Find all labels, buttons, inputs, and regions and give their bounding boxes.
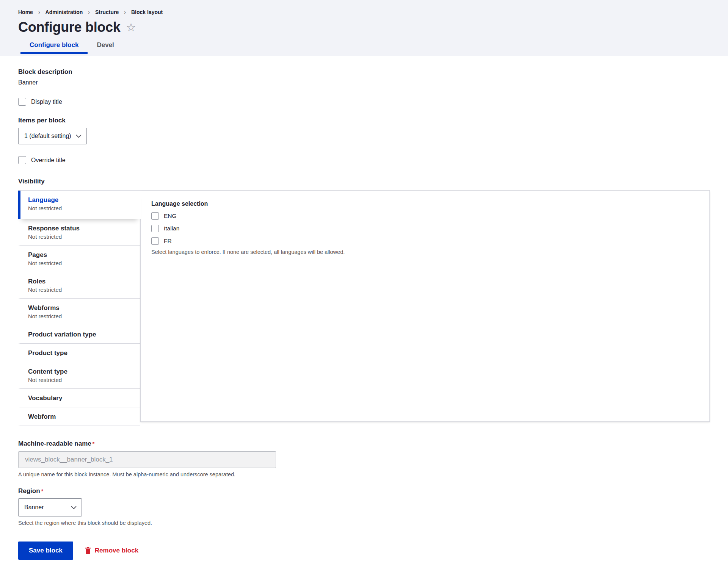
breadcrumb-separator: › (124, 9, 126, 15)
visibility-label: Visibility (18, 178, 710, 185)
vtab-summary: Not restricted (28, 286, 130, 293)
vtab-summary: Not restricted (28, 205, 131, 212)
block-description-value: Banner (18, 79, 710, 86)
breadcrumb-item-home[interactable]: Home (18, 9, 33, 15)
vtab-response-status[interactable]: Response status Not restricted (18, 219, 140, 246)
remove-block-label: Remove block (95, 547, 138, 554)
language-fr-checkbox[interactable] (151, 237, 159, 245)
vtab-label: Language (28, 196, 131, 204)
page-title: Configure block (18, 19, 121, 35)
vtab-product-type[interactable]: Product type (18, 344, 140, 362)
block-description-label: Block description (18, 68, 710, 76)
override-title-checkbox[interactable] (18, 156, 26, 164)
vtab-webform[interactable]: Webform (18, 407, 140, 426)
vtab-summary: Not restricted (28, 313, 130, 320)
vtab-product-variation-type[interactable]: Product variation type (18, 325, 140, 344)
region-select[interactable]: Banner (18, 498, 82, 516)
language-italian-label[interactable]: Italian (164, 225, 179, 232)
language-eng-label[interactable]: ENG (164, 213, 177, 219)
configure-block-form: Block description Banner Display title I… (0, 56, 728, 560)
language-eng-checkbox[interactable] (151, 212, 159, 220)
items-per-block-label: Items per block (18, 117, 710, 124)
visibility-vertical-tabs: Language Not restricted Response status … (18, 190, 710, 426)
breadcrumb-item-block-layout[interactable]: Block layout (131, 9, 163, 15)
vtab-language[interactable]: Language Not restricted (18, 191, 141, 219)
vtab-summary: Not restricted (28, 260, 130, 267)
vtab-label: Pages (28, 251, 130, 259)
vtab-label: Product variation type (28, 330, 130, 338)
vtab-label: Product type (28, 349, 130, 357)
vtab-label: Roles (28, 277, 130, 285)
vtab-webforms[interactable]: Webforms Not restricted (18, 299, 140, 325)
vtab-label: Webforms (28, 304, 130, 312)
language-selection-title: Language selection (151, 200, 699, 207)
machine-name-input (18, 451, 276, 468)
required-marker: * (93, 441, 94, 447)
remove-block-button[interactable]: Remove block (85, 547, 138, 554)
items-per-block-select[interactable]: 1 (default setting) (18, 128, 87, 144)
chevron-down-icon (76, 135, 82, 138)
machine-name-description: A unique name for this block instance. M… (18, 471, 710, 477)
vtab-label: Vocabulary (28, 394, 130, 402)
favorite-star-icon[interactable]: ☆ (126, 22, 136, 33)
save-block-button[interactable]: Save block (18, 542, 73, 560)
override-title-label[interactable]: Override title (31, 157, 66, 164)
language-visibility-panel: Language selection ENG Italian FR Select… (140, 191, 710, 422)
region-label: Region (18, 487, 40, 495)
breadcrumb-item-administration[interactable]: Administration (46, 9, 83, 15)
display-title-label[interactable]: Display title (31, 99, 62, 105)
breadcrumb-separator: › (38, 9, 40, 15)
page-header: Home › Administration › Structure › Bloc… (0, 0, 728, 56)
vtab-label: Content type (28, 368, 130, 376)
breadcrumb-item-structure[interactable]: Structure (95, 9, 119, 15)
vtab-vocabulary[interactable]: Vocabulary (18, 389, 140, 407)
language-fr-label[interactable]: FR (164, 238, 172, 244)
visibility-tabs-menu: Language Not restricted Response status … (18, 191, 140, 426)
vtab-summary: Not restricted (28, 233, 130, 240)
vtab-label: Webform (28, 413, 130, 421)
trash-icon (85, 547, 91, 554)
primary-tabs: Configure block Devel (18, 39, 710, 54)
breadcrumb-separator: › (88, 9, 90, 15)
vtab-content-type[interactable]: Content type Not restricted (18, 362, 140, 389)
region-description: Select the region where this block shoul… (18, 520, 710, 526)
vtab-summary: Not restricted (28, 377, 130, 383)
tab-devel[interactable]: Devel (88, 39, 123, 54)
vtab-roles[interactable]: Roles Not restricted (18, 272, 140, 299)
items-per-block-value: 1 (default setting) (24, 133, 71, 139)
vtab-label: Response status (28, 224, 130, 232)
region-value: Banner (24, 504, 44, 511)
vtab-pages[interactable]: Pages Not restricted (18, 246, 140, 272)
breadcrumb: Home › Administration › Structure › Bloc… (18, 9, 710, 15)
display-title-checkbox[interactable] (18, 98, 26, 106)
machine-name-label: Machine-readable name (18, 440, 91, 447)
language-selection-description: Select languages to enforce. If none are… (151, 249, 699, 255)
chevron-down-icon (71, 506, 77, 509)
tab-configure-block[interactable]: Configure block (20, 39, 88, 54)
required-marker: * (41, 488, 43, 494)
language-italian-checkbox[interactable] (151, 225, 159, 232)
